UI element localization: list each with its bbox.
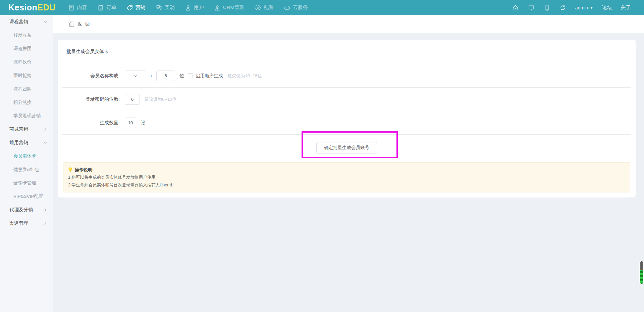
form-row-password-digits: 登录密码的位数: 建议设为6--10位 <box>62 88 631 111</box>
sidebar-item-label: 课程砍价 <box>13 59 32 65</box>
user-icon <box>185 4 192 11</box>
sidebar-item-flash-sale[interactable]: 限时抢购 <box>0 69 53 82</box>
home-icon[interactable] <box>512 4 519 11</box>
nav-item-orders[interactable]: 订单 <box>92 0 121 15</box>
admin-dropdown[interactable]: admin <box>575 5 593 10</box>
field-label: 会员名称构成: <box>62 73 120 79</box>
instructions-panel: 操作说明: 1.您可以将生成的会员实体账号发放给用户使用 2.学生拿到会员实体账… <box>63 162 630 192</box>
crm-user-icon <box>214 4 221 11</box>
instruction-line: 1.您可以将生成的会员实体账号发放给用户使用 <box>68 174 625 181</box>
nav-item-label: CRM管理 <box>223 4 245 11</box>
nav-item-label: 用户 <box>194 4 204 11</box>
sidebar-group-label: 课程营销 <box>9 19 28 25</box>
forum-link[interactable]: 论坛 <box>602 4 612 11</box>
digits-unit-label: 位 <box>179 73 184 79</box>
form-row-member-name: 会员名称构成: + 位 启用顺序生成 建议设为10--15位 <box>62 64 631 88</box>
sidebar-item-coupon-redpacket[interactable]: 优惠券&红包 <box>0 163 53 176</box>
field-label: 登录密码的位数: <box>62 96 120 102</box>
clipboard-icon <box>97 4 104 11</box>
chevron-right-icon <box>43 127 47 131</box>
nav-item-interaction[interactable]: 互动 <box>151 0 180 15</box>
nav-item-content[interactable]: 内容 <box>63 0 92 15</box>
nav-item-users[interactable]: 用户 <box>180 0 209 15</box>
chevron-right-icon <box>43 208 47 212</box>
sidebar-item-course-bargain[interactable]: 课程砍价 <box>0 55 53 69</box>
sidebar-group-general-marketing[interactable]: 通用营销 <box>0 136 53 149</box>
indicator-gray-segment <box>640 261 643 270</box>
sidebar-item-label: 课程拼团 <box>13 46 32 52</box>
form-row-quantity: 生成数量: 张 <box>62 111 631 135</box>
logo-kesion: Kesion <box>8 3 37 12</box>
nav-item-settings[interactable]: 配置 <box>250 0 279 15</box>
scroll-progress-indicator[interactable] <box>640 261 643 284</box>
nav-item-label: 配置 <box>264 4 274 11</box>
password-length-hint: 建议设为6--10位 <box>145 96 176 102</box>
nav-item-cloud[interactable]: 云服务 <box>279 0 313 15</box>
sidebar-item-label: 课程团购 <box>13 86 32 92</box>
sidebar-group-mall-marketing[interactable]: 商城营销 <box>0 123 53 136</box>
refresh-icon[interactable] <box>559 4 566 11</box>
sidebar-item-label: 会员实体卡 <box>13 153 36 159</box>
document-icon <box>68 4 75 11</box>
sidebar-item-label: 限时抢购 <box>13 73 32 79</box>
nav-item-label: 云服务 <box>293 4 308 11</box>
sidebar-item-label: 学员返现营销 <box>13 113 41 119</box>
password-digits-input[interactable] <box>125 94 140 105</box>
name-digits-input[interactable] <box>156 71 175 81</box>
sidebar-group-label: 商城营销 <box>9 126 28 132</box>
sidebar-item-member-card[interactable]: 会员实体卡 <box>0 149 53 163</box>
instructions-title: 操作说明: <box>75 167 94 173</box>
sidebar-group-course-marketing[interactable]: 课程营销 <box>0 15 53 29</box>
nav-item-marketing[interactable]: 营销 <box>121 0 151 15</box>
sidebar-group-channel-management[interactable]: 渠道管理 <box>0 217 53 230</box>
navbar-right: admin 论坛 关于 <box>512 0 631 15</box>
submit-row: 确定批量生成会员账号 <box>58 135 636 161</box>
main-menu: 内容 订单 营销 互动 用户 <box>63 0 313 15</box>
indicator-green-striped-segment <box>640 270 643 284</box>
about-link[interactable]: 关于 <box>621 4 631 11</box>
back-bar: 返 回 <box>53 15 644 33</box>
monitor-icon[interactable] <box>528 4 535 11</box>
logo-edu: EDU <box>37 3 55 12</box>
gear-icon <box>255 4 261 11</box>
quantity-input[interactable] <box>125 118 136 128</box>
sidebar-group-label: 渠道管理 <box>9 220 28 226</box>
nav-item-crm[interactable]: CRM管理 <box>209 0 250 15</box>
admin-username: admin <box>575 5 588 10</box>
main-content: 返 回 批量生成会员实体卡 会员名称构成: + 位 启用顺序生成 建议设为10-… <box>53 15 644 312</box>
bulb-icon <box>68 167 72 173</box>
name-prefix-input[interactable] <box>125 71 146 81</box>
nav-item-label: 营销 <box>136 4 146 11</box>
sidebar-group-label: 通用营销 <box>9 140 28 146</box>
sidebar-group-label: 代理及分销 <box>9 207 33 213</box>
chat-icon <box>156 4 162 11</box>
nav-item-label: 订单 <box>106 4 116 11</box>
sidebar-item-forward-earnings[interactable]: 转发收益 <box>0 29 53 42</box>
sidebar-item-label: 优惠券&红包 <box>13 167 39 173</box>
chevron-right-icon <box>43 221 47 225</box>
sidebar-item-course-group[interactable]: 课程团购 <box>0 82 53 96</box>
sidebar-item-marketing-card[interactable]: 营销卡管理 <box>0 176 53 190</box>
sequential-generate-checkbox[interactable] <box>188 73 193 78</box>
mobile-icon[interactable] <box>544 4 550 11</box>
batch-generate-card: 批量生成会员实体卡 会员名称构成: + 位 启用顺序生成 建议设为10--15位… <box>58 40 636 197</box>
nav-item-label: 互动 <box>165 4 175 11</box>
cloud-icon <box>284 4 290 11</box>
app-logo: KesionEDU <box>0 3 56 12</box>
sidebar-item-label: 积分兑换 <box>13 99 32 105</box>
sidebar-item-student-cashback[interactable]: 学员返现营销 <box>0 109 53 123</box>
plus-sign: + <box>150 73 153 79</box>
sidebar-item-vip-config[interactable]: VIP&SVIP配置 <box>0 190 53 203</box>
name-length-hint: 建议设为10--15位 <box>227 73 262 79</box>
sidebar-item-course-groupbuy[interactable]: 课程拼团 <box>0 42 53 55</box>
instruction-line: 2.学生拿到会员实体账号首次登录需要输入推荐人UserId. <box>68 181 625 189</box>
top-navbar: KesionEDU 内容 订单 营销 互动 <box>0 0 644 15</box>
sidebar-item-points-exchange[interactable]: 积分兑换 <box>0 96 53 109</box>
sidebar: 课程营销 转发收益 课程拼团 课程砍价 限时抢购 课程团购 积分兑换 学员返现营… <box>0 15 53 312</box>
sidebar-item-label: VIP&SVIP配置 <box>13 193 43 199</box>
back-button[interactable]: 返 回 <box>77 21 91 27</box>
sidebar-item-label: 转发收益 <box>13 32 32 38</box>
back-icon <box>69 21 75 27</box>
sidebar-group-agent-distribution[interactable]: 代理及分销 <box>0 203 53 217</box>
confirm-batch-generate-button[interactable]: 确定批量生成会员账号 <box>316 142 377 153</box>
